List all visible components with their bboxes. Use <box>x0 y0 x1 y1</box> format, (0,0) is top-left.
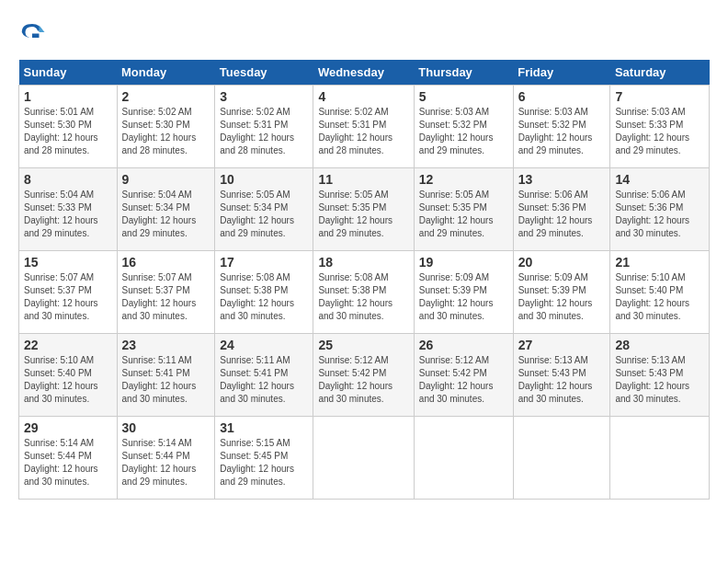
day-number: 20 <box>518 255 606 270</box>
weekday-header-row: SundayMondayTuesdayWednesdayThursdayFrid… <box>19 60 710 86</box>
calendar-week-3: 15 Sunrise: 5:07 AMSunset: 5:37 PMDaylig… <box>19 251 710 334</box>
day-number: 31 <box>220 420 308 435</box>
day-number: 6 <box>518 89 606 104</box>
day-number: 27 <box>518 338 606 352</box>
calendar-day-31: 31 Sunrise: 5:15 AMSunset: 5:45 PMDaylig… <box>215 417 313 500</box>
calendar-day-30: 30 Sunrise: 5:14 AMSunset: 5:44 PMDaylig… <box>117 417 215 500</box>
day-number: 21 <box>615 255 704 270</box>
page-header <box>18 18 710 51</box>
calendar-day-18: 18 Sunrise: 5:08 AMSunset: 5:38 PMDaylig… <box>313 251 414 334</box>
empty-cell <box>414 417 513 500</box>
calendar-day-16: 16 Sunrise: 5:07 AMSunset: 5:37 PMDaylig… <box>117 251 215 334</box>
day-info: Sunrise: 5:04 AMSunset: 5:34 PMDaylight:… <box>122 190 197 238</box>
calendar-week-4: 22 Sunrise: 5:10 AMSunset: 5:40 PMDaylig… <box>19 334 710 417</box>
calendar-day-8: 8 Sunrise: 5:04 AMSunset: 5:33 PMDayligh… <box>19 168 118 251</box>
calendar-day-3: 3 Sunrise: 5:02 AMSunset: 5:31 PMDayligh… <box>215 86 313 168</box>
day-number: 29 <box>24 420 112 435</box>
calendar-day-20: 20 Sunrise: 5:09 AMSunset: 5:39 PMDaylig… <box>513 251 610 334</box>
calendar-table: SundayMondayTuesdayWednesdayThursdayFrid… <box>18 60 710 500</box>
day-number: 1 <box>24 89 112 104</box>
day-info: Sunrise: 5:01 AMSunset: 5:30 PMDaylight:… <box>24 107 98 155</box>
calendar-week-1: 1 Sunrise: 5:01 AMSunset: 5:30 PMDayligh… <box>19 86 710 168</box>
day-number: 15 <box>24 255 112 270</box>
day-number: 5 <box>419 89 508 104</box>
day-number: 25 <box>318 338 408 352</box>
calendar-body: 1 Sunrise: 5:01 AMSunset: 5:30 PMDayligh… <box>19 86 710 500</box>
day-info: Sunrise: 5:03 AMSunset: 5:33 PMDaylight:… <box>615 107 689 155</box>
calendar-day-2: 2 Sunrise: 5:02 AMSunset: 5:30 PMDayligh… <box>117 86 215 168</box>
empty-cell <box>313 417 414 500</box>
svg-marker-1 <box>40 26 45 33</box>
calendar-day-15: 15 Sunrise: 5:07 AMSunset: 5:37 PMDaylig… <box>19 251 118 334</box>
day-number: 9 <box>122 172 210 187</box>
day-info: Sunrise: 5:02 AMSunset: 5:31 PMDaylight:… <box>318 107 392 155</box>
day-number: 18 <box>318 255 408 270</box>
day-number: 26 <box>419 338 508 352</box>
calendar-day-17: 17 Sunrise: 5:08 AMSunset: 5:38 PMDaylig… <box>215 251 313 334</box>
day-number: 10 <box>220 172 308 187</box>
day-info: Sunrise: 5:08 AMSunset: 5:38 PMDaylight:… <box>318 272 392 321</box>
day-info: Sunrise: 5:02 AMSunset: 5:30 PMDaylight:… <box>122 107 197 155</box>
day-info: Sunrise: 5:05 AMSunset: 5:35 PMDaylight:… <box>318 190 392 238</box>
calendar-day-5: 5 Sunrise: 5:03 AMSunset: 5:32 PMDayligh… <box>414 86 513 168</box>
calendar-day-10: 10 Sunrise: 5:05 AMSunset: 5:34 PMDaylig… <box>215 168 313 251</box>
logo <box>18 18 50 46</box>
day-info: Sunrise: 5:06 AMSunset: 5:36 PMDaylight:… <box>615 190 689 238</box>
day-number: 30 <box>122 420 210 435</box>
calendar-week-5: 29 Sunrise: 5:14 AMSunset: 5:44 PMDaylig… <box>19 417 710 500</box>
calendar-day-28: 28 Sunrise: 5:13 AMSunset: 5:43 PMDaylig… <box>610 334 710 417</box>
calendar-day-13: 13 Sunrise: 5:06 AMSunset: 5:36 PMDaylig… <box>513 168 610 251</box>
calendar-day-23: 23 Sunrise: 5:11 AMSunset: 5:41 PMDaylig… <box>117 334 215 417</box>
calendar-day-22: 22 Sunrise: 5:10 AMSunset: 5:40 PMDaylig… <box>19 334 118 417</box>
day-info: Sunrise: 5:12 AMSunset: 5:42 PMDaylight:… <box>419 355 494 404</box>
calendar-day-19: 19 Sunrise: 5:09 AMSunset: 5:39 PMDaylig… <box>414 251 513 334</box>
day-number: 4 <box>318 89 408 104</box>
weekday-header-thursday: Thursday <box>414 60 513 86</box>
empty-cell <box>610 417 710 500</box>
day-info: Sunrise: 5:13 AMSunset: 5:43 PMDaylight:… <box>615 355 689 404</box>
day-info: Sunrise: 5:12 AMSunset: 5:42 PMDaylight:… <box>318 355 392 404</box>
calendar-day-12: 12 Sunrise: 5:05 AMSunset: 5:35 PMDaylig… <box>414 168 513 251</box>
day-info: Sunrise: 5:13 AMSunset: 5:43 PMDaylight:… <box>518 355 593 404</box>
day-info: Sunrise: 5:11 AMSunset: 5:41 PMDaylight:… <box>220 355 294 404</box>
day-info: Sunrise: 5:14 AMSunset: 5:44 PMDaylight:… <box>24 438 98 487</box>
day-info: Sunrise: 5:08 AMSunset: 5:38 PMDaylight:… <box>220 272 294 321</box>
day-number: 22 <box>24 338 112 352</box>
day-info: Sunrise: 5:15 AMSunset: 5:45 PMDaylight:… <box>220 438 294 487</box>
weekday-header-friday: Friday <box>513 60 610 86</box>
calendar-day-29: 29 Sunrise: 5:14 AMSunset: 5:44 PMDaylig… <box>19 417 118 500</box>
day-number: 24 <box>220 338 308 352</box>
weekday-header-monday: Monday <box>117 60 215 86</box>
empty-cell <box>513 417 610 500</box>
day-number: 7 <box>615 89 704 104</box>
calendar-day-14: 14 Sunrise: 5:06 AMSunset: 5:36 PMDaylig… <box>610 168 710 251</box>
calendar-day-24: 24 Sunrise: 5:11 AMSunset: 5:41 PMDaylig… <box>215 334 313 417</box>
day-number: 13 <box>518 172 606 187</box>
day-info: Sunrise: 5:10 AMSunset: 5:40 PMDaylight:… <box>24 355 98 404</box>
day-info: Sunrise: 5:07 AMSunset: 5:37 PMDaylight:… <box>122 272 197 321</box>
weekday-header-tuesday: Tuesday <box>215 60 313 86</box>
day-info: Sunrise: 5:14 AMSunset: 5:44 PMDaylight:… <box>122 438 197 487</box>
day-info: Sunrise: 5:06 AMSunset: 5:36 PMDaylight:… <box>518 190 593 238</box>
day-number: 28 <box>615 338 704 352</box>
calendar-day-9: 9 Sunrise: 5:04 AMSunset: 5:34 PMDayligh… <box>117 168 215 251</box>
weekday-header-sunday: Sunday <box>19 60 118 86</box>
day-info: Sunrise: 5:07 AMSunset: 5:37 PMDaylight:… <box>24 272 98 321</box>
calendar-day-21: 21 Sunrise: 5:10 AMSunset: 5:40 PMDaylig… <box>610 251 710 334</box>
calendar-day-11: 11 Sunrise: 5:05 AMSunset: 5:35 PMDaylig… <box>313 168 414 251</box>
day-info: Sunrise: 5:05 AMSunset: 5:35 PMDaylight:… <box>419 190 494 238</box>
calendar-day-6: 6 Sunrise: 5:03 AMSunset: 5:32 PMDayligh… <box>513 86 610 168</box>
day-number: 16 <box>122 255 210 270</box>
day-info: Sunrise: 5:03 AMSunset: 5:32 PMDaylight:… <box>419 107 494 155</box>
day-info: Sunrise: 5:11 AMSunset: 5:41 PMDaylight:… <box>122 355 197 404</box>
day-info: Sunrise: 5:09 AMSunset: 5:39 PMDaylight:… <box>419 272 494 321</box>
weekday-header-wednesday: Wednesday <box>313 60 414 86</box>
day-info: Sunrise: 5:09 AMSunset: 5:39 PMDaylight:… <box>518 272 593 321</box>
day-number: 3 <box>220 89 308 104</box>
calendar-day-1: 1 Sunrise: 5:01 AMSunset: 5:30 PMDayligh… <box>19 86 118 168</box>
day-number: 11 <box>318 172 408 187</box>
weekday-header-saturday: Saturday <box>610 60 710 86</box>
day-info: Sunrise: 5:03 AMSunset: 5:32 PMDaylight:… <box>518 107 593 155</box>
logo-icon <box>18 18 46 46</box>
day-number: 14 <box>615 172 704 187</box>
